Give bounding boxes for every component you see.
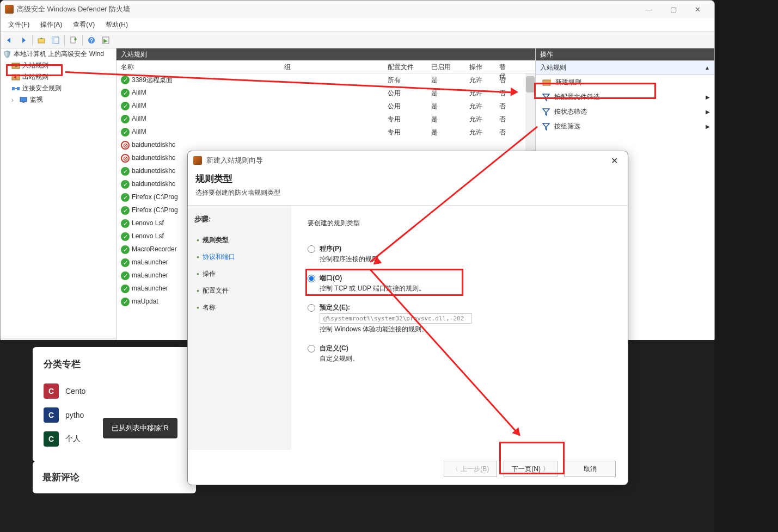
- opt-predef-label[interactable]: 预定义(E):: [308, 303, 611, 312]
- tree-root[interactable]: 🛡️ 本地计算机 上的高级安全 Wind: [1, 48, 116, 60]
- wizard-icon: [193, 156, 202, 165]
- rule-status-icon: ✓: [121, 219, 130, 228]
- opt-port-desc: 控制 TCP 或 UDP 端口连接的规则。: [320, 284, 611, 293]
- step-profile[interactable]: ●配置文件: [194, 282, 285, 299]
- opt-custom-desc: 自定义规则。: [320, 354, 611, 363]
- table-row[interactable]: ✓AliIM专用是允许否: [117, 126, 535, 139]
- cancel-button[interactable]: 取消: [564, 461, 616, 477]
- opt-program-label[interactable]: 程序(P): [308, 244, 611, 253]
- menu-file[interactable]: 文件(F): [3, 18, 35, 32]
- opt-port-radio[interactable]: [308, 275, 315, 282]
- action-filter-profile[interactable]: 按配置文件筛选 ▶: [536, 90, 714, 104]
- opt-program-radio[interactable]: [308, 245, 315, 253]
- bullet-icon: ●: [197, 288, 199, 293]
- table-row[interactable]: ✓3389远程桌面所有是允许否: [117, 73, 535, 86]
- toolbar: ? ▶: [1, 32, 714, 48]
- category-label: 个人: [65, 434, 81, 444]
- centos-icon: C: [44, 383, 59, 399]
- table-row[interactable]: ✓AliIM专用是允许否: [117, 113, 535, 126]
- action-new-rule-label: 新建规则…: [555, 78, 588, 87]
- comments-panel: 最新评论: [33, 461, 196, 493]
- python-icon: C: [44, 407, 59, 423]
- export-icon[interactable]: [67, 34, 80, 47]
- rule-status-icon: ✓: [121, 284, 130, 293]
- category-item[interactable]: C Cento: [44, 379, 185, 403]
- opt-custom-label[interactable]: 自定义(C): [308, 344, 611, 353]
- rules-columns-header: 名称 组 配置文件 已启用 操作 替代: [117, 60, 535, 73]
- rules-pane-header: 入站规则: [117, 48, 535, 60]
- step-name[interactable]: ●名称: [194, 299, 285, 316]
- table-row[interactable]: ✓AliIM公用是允许否: [117, 86, 535, 100]
- category-label: pytho: [65, 411, 84, 419]
- col-action[interactable]: 操作: [465, 60, 495, 73]
- folder-up-icon[interactable]: [35, 34, 48, 47]
- action-filter-group-label: 按组筛选: [554, 122, 580, 131]
- opt-predef-value: @%systemroot%\system32\provsvc.dll,-202: [320, 313, 472, 324]
- tree-inbound[interactable]: 入站规则: [1, 60, 116, 71]
- menu-view[interactable]: 查看(V): [68, 18, 100, 32]
- tree-monitor[interactable]: › 监视: [1, 94, 116, 106]
- tree-root-label: 本地计算机 上的高级安全 Wind: [14, 50, 104, 59]
- opt-port: 端口(O) 控制 TCP 或 UDP 端口连接的规则。: [308, 274, 611, 293]
- collapse-icon[interactable]: ▲: [705, 65, 710, 71]
- forward-button[interactable]: [17, 34, 30, 47]
- next-button[interactable]: 下一页(N)〉: [504, 461, 558, 477]
- col-profile[interactable]: 配置文件: [383, 60, 427, 73]
- rule-status-icon: ✓: [121, 206, 130, 215]
- col-override[interactable]: 替代: [495, 60, 517, 73]
- app-icon: [5, 5, 14, 14]
- close-button[interactable]: ✕: [685, 1, 710, 17]
- menu-help[interactable]: 帮助(H): [100, 18, 133, 32]
- col-enabled[interactable]: 已启用: [427, 60, 465, 73]
- opt-program: 程序(P) 控制程序连接的规则。: [308, 244, 611, 264]
- action-filter-state[interactable]: 按状态筛选 ▶: [536, 104, 714, 119]
- rule-status-icon: ⊘: [121, 141, 130, 150]
- col-group[interactable]: 组: [280, 60, 383, 73]
- opt-port-label[interactable]: 端口(O): [308, 274, 611, 283]
- chevron-right-icon: 〉: [543, 465, 549, 474]
- separator: [82, 35, 83, 46]
- back-button[interactable]: [3, 34, 16, 47]
- filter-icon: [542, 123, 550, 131]
- monitor-icon: [19, 96, 28, 104]
- separator: [32, 35, 33, 46]
- connsec-icon: [11, 84, 20, 93]
- action-filter-profile-label: 按配置文件筛选: [554, 92, 600, 102]
- new-rule-wizard: 新建入站规则向导 ✕ 规则类型 选择要创建的防火墙规则类型 步骤: ●规则类型 …: [187, 151, 628, 485]
- scrollbar-thumb[interactable]: [526, 76, 535, 92]
- help-icon[interactable]: ?: [85, 34, 98, 47]
- panel-icon[interactable]: [49, 34, 62, 47]
- step-protocol[interactable]: ●协议和端口: [194, 249, 285, 265]
- titlebar: 高级安全 Windows Defender 防火墙 — ▢ ✕: [1, 1, 714, 18]
- rule-status-icon: ✓: [121, 271, 130, 280]
- opt-custom-radio[interactable]: [308, 345, 315, 352]
- maximize-button[interactable]: ▢: [661, 1, 685, 17]
- table-row[interactable]: ⊘baidunetdiskhc: [117, 139, 535, 152]
- opt-predef-radio[interactable]: [308, 304, 315, 312]
- action-new-rule[interactable]: ★ 新建规则…: [536, 75, 714, 90]
- filter-icon: [542, 108, 550, 116]
- wizard-close-button[interactable]: ✕: [606, 152, 622, 169]
- tree-inbound-label: 入站规则: [22, 61, 48, 70]
- categories-title: 分类专栏: [44, 358, 185, 370]
- col-name[interactable]: 名称: [117, 60, 280, 73]
- table-row[interactable]: ✓AliIM公用是允许否: [117, 100, 535, 113]
- actions-header: 操作: [536, 48, 714, 60]
- wizard-footer: 〈上一步(B) 下一页(N)〉 取消: [432, 453, 628, 485]
- steps-label: 步骤:: [194, 214, 285, 224]
- tree-outbound[interactable]: 出站规则: [1, 71, 116, 83]
- refresh-icon[interactable]: ▶: [99, 34, 112, 47]
- tree-connsec[interactable]: 连接安全规则: [1, 83, 116, 94]
- back-button: 〈上一步(B): [444, 461, 497, 477]
- svg-text:▶: ▶: [103, 38, 108, 44]
- menu-action[interactable]: 操作(A): [35, 18, 68, 32]
- minimize-button[interactable]: —: [636, 1, 661, 17]
- step-operation[interactable]: ●操作: [194, 265, 285, 282]
- opt-predef-desc: 控制 Windows 体验功能连接的规则。: [320, 325, 611, 334]
- step-rule-type[interactable]: ●规则类型: [194, 232, 285, 249]
- bullet-icon: ●: [197, 255, 199, 259]
- action-filter-group[interactable]: 按组筛选 ▶: [536, 119, 714, 134]
- rule-status-icon: ✓: [121, 89, 130, 97]
- expand-chevron-icon: ›: [11, 96, 17, 104]
- rule-status-icon: ✓: [121, 102, 130, 110]
